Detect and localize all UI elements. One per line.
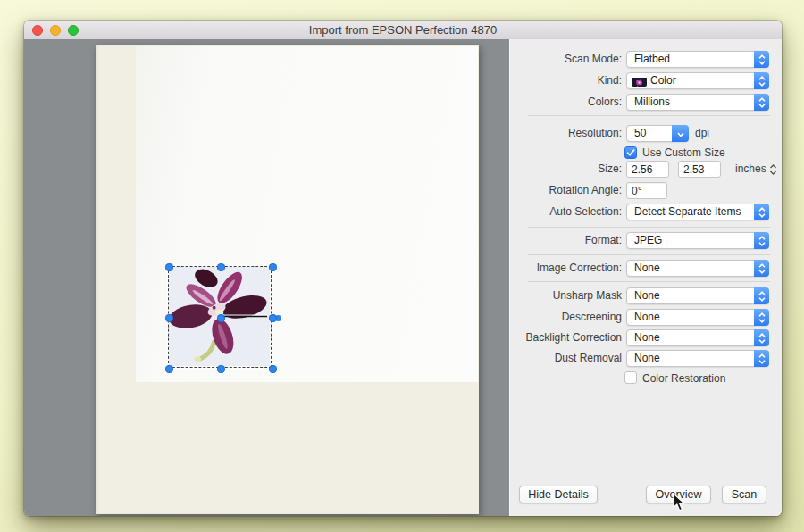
colors-popup[interactable]: Millions xyxy=(626,94,769,111)
row-unsharp-mask: Unsharp Mask None xyxy=(510,287,782,304)
selection-handle-bottom-mid[interactable] xyxy=(217,365,225,373)
traffic-lights xyxy=(32,25,79,36)
settings-panel: Scan Mode: Flatbed Kind: Color xyxy=(509,39,782,516)
popup-updown-icon xyxy=(754,204,769,220)
desktop: Import from EPSON Perfection 4870 xyxy=(0,0,804,532)
row-color-restoration: Color Restoration xyxy=(510,370,782,387)
selection-handle-mid-left[interactable] xyxy=(165,314,173,322)
size-units-label: inches xyxy=(735,161,766,178)
mouse-cursor xyxy=(672,493,686,512)
color-restoration-checkbox[interactable] xyxy=(624,371,637,384)
unsharp-mask-label: Unsharp Mask xyxy=(510,287,622,304)
auto-selection-popup[interactable]: Detect Separate Items xyxy=(626,204,769,220)
dpi-label: dpi xyxy=(695,125,709,142)
row-auto-selection: Auto Selection: Detect Separate Items xyxy=(510,204,782,220)
rotation-angle-field[interactable] xyxy=(626,182,667,199)
row-dust-removal: Dust Removal None xyxy=(510,350,782,367)
selection-handle-bottom-right[interactable] xyxy=(269,365,277,373)
row-image-correction: Image Correction: None xyxy=(510,260,782,277)
backlight-correction-popup[interactable]: None xyxy=(626,329,769,346)
descreening-label: Descreening xyxy=(510,309,622,326)
scan-mode-popup[interactable]: Flatbed xyxy=(626,51,769,68)
kind-popup[interactable]: Color xyxy=(626,72,769,89)
use-custom-size-checkbox[interactable] xyxy=(624,146,637,159)
selection-marquee[interactable] xyxy=(168,266,272,368)
combo-dropdown-icon xyxy=(672,125,689,142)
close-button[interactable] xyxy=(32,25,43,36)
format-label: Format: xyxy=(510,232,622,249)
format-popup[interactable]: JPEG xyxy=(626,232,769,249)
separator xyxy=(528,227,770,228)
dust-removal-label: Dust Removal xyxy=(510,350,622,367)
selection-handle-top-right[interactable] xyxy=(269,263,277,271)
auto-selection-label: Auto Selection: xyxy=(510,204,622,220)
resolution-label: Resolution: xyxy=(510,125,622,142)
popup-updown-icon xyxy=(754,309,769,326)
selection-handle-top-mid[interactable] xyxy=(217,263,225,271)
color-restoration-label: Color Restoration xyxy=(642,372,725,385)
popup-updown-icon xyxy=(754,329,769,346)
separator xyxy=(528,254,770,255)
size-width-field[interactable] xyxy=(626,161,669,178)
popup-updown-icon xyxy=(754,232,769,249)
colors-label: Colors: xyxy=(510,94,622,111)
row-scan-mode: Scan Mode: Flatbed xyxy=(510,51,782,68)
image-correction-label: Image Correction: xyxy=(510,260,622,277)
use-custom-size-label: Use Custom Size xyxy=(642,146,725,159)
hide-details-button[interactable]: Hide Details xyxy=(519,486,598,503)
scan-mode-label: Scan Mode: xyxy=(510,51,622,68)
row-size: Size: inches xyxy=(510,161,782,178)
scanned-page-preview[interactable] xyxy=(96,45,479,514)
selection-handle-top-left[interactable] xyxy=(165,263,173,271)
selection-handle-bottom-left[interactable] xyxy=(165,365,173,373)
minimize-button[interactable] xyxy=(50,25,61,36)
resolution-combo[interactable]: 50 xyxy=(626,125,689,142)
color-photo-thumbnail-icon xyxy=(632,76,647,87)
row-resolution: Resolution: 50 dpi xyxy=(510,125,782,142)
backlight-correction-label: Backlight Correction xyxy=(510,329,622,346)
separator xyxy=(528,115,770,116)
popup-updown-icon xyxy=(754,350,769,367)
selection-handle-center[interactable] xyxy=(217,314,225,322)
window-title: Import from EPSON Perfection 4870 xyxy=(24,21,782,39)
row-use-custom-size: Use Custom Size xyxy=(510,145,782,162)
row-descreening: Descreening None xyxy=(510,309,782,326)
dust-removal-popup[interactable]: None xyxy=(626,350,769,367)
selection-handle-mid-right[interactable] xyxy=(269,314,277,322)
size-label: Size: xyxy=(510,161,622,178)
popup-updown-icon xyxy=(754,94,769,111)
popup-updown-icon xyxy=(754,51,769,68)
size-height-field[interactable] xyxy=(678,161,721,178)
popup-updown-icon xyxy=(754,287,769,304)
scan-preview-pane xyxy=(24,39,509,516)
descreening-popup[interactable]: None xyxy=(626,309,769,326)
import-window: Import from EPSON Perfection 4870 xyxy=(24,21,782,516)
rotation-angle-label: Rotation Angle: xyxy=(510,182,622,199)
unsharp-mask-popup[interactable]: None xyxy=(626,287,769,304)
popup-updown-icon xyxy=(754,72,769,89)
row-backlight-correction: Backlight Correction None xyxy=(510,329,782,346)
units-stepper-icon[interactable] xyxy=(769,163,777,179)
titlebar[interactable]: Import from EPSON Perfection 4870 xyxy=(24,21,782,40)
fullscreen-button[interactable] xyxy=(68,25,79,36)
row-kind: Kind: Color xyxy=(510,72,782,89)
row-colors: Colors: Millions xyxy=(510,94,782,111)
row-format: Format: JPEG xyxy=(510,232,782,249)
image-correction-popup[interactable]: None xyxy=(626,260,769,277)
scan-button[interactable]: Scan xyxy=(722,486,766,503)
row-rotation-angle: Rotation Angle: xyxy=(510,182,782,199)
kind-label: Kind: xyxy=(510,72,622,89)
separator xyxy=(528,281,770,282)
popup-updown-icon xyxy=(754,260,769,277)
